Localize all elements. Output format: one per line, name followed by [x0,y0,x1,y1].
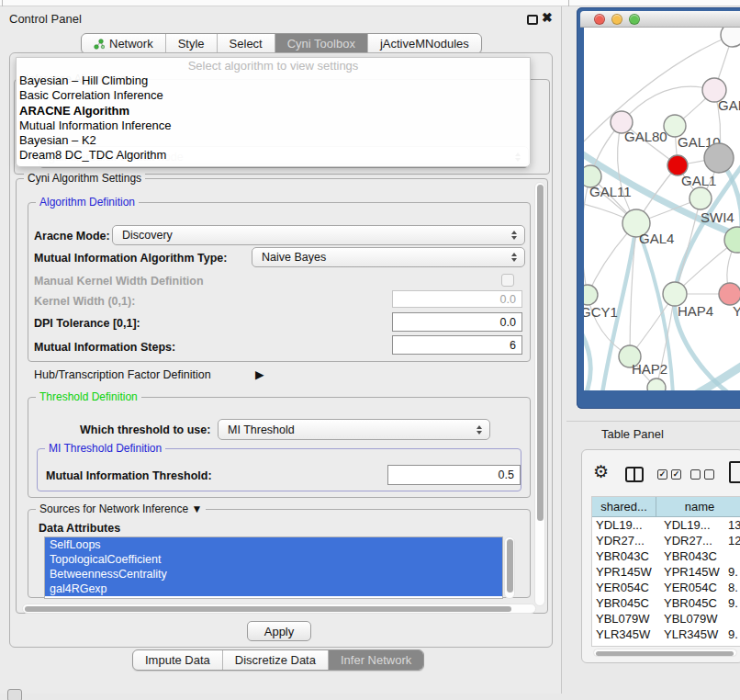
attribute-item[interactable]: SelfLoops [45,537,502,552]
table-row[interactable]: YBR045C YBR045C 9. [592,595,740,611]
panel-divider [566,421,740,422]
cyni-algorithm-settings-group: Cyni Algorithm Settings Algorithm Defini… [16,178,548,614]
table-cell: YBL079W [592,611,660,627]
network-node[interactable] [704,143,734,173]
network-node-gcy1[interactable] [584,285,598,305]
column-header[interactable]: name [656,497,740,517]
network-canvas[interactable]: GALGAL80GAL10GAL1GAL11GAL4SWI4GCY1HAP4YH… [584,28,740,390]
table-cell: YBR045C [660,595,724,611]
dpi-tolerance-label: DPI Tolerance [0,1]: [34,317,140,330]
aracne-mode-value: Discovery [122,229,173,242]
network-node[interactable] [721,28,740,47]
minimize-traffic-light[interactable] [611,14,622,25]
table-horizontal-scrollbar[interactable] [593,649,737,657]
table-cell: YER054C [592,580,660,595]
dpi-tolerance-field[interactable]: 0.0 [392,312,522,332]
dropdown-item[interactable]: Bayesian – K2 [17,133,530,148]
table-cell: YIL053C [660,642,724,647]
table-row[interactable]: YBR043C YBR043C [592,548,740,564]
manual-kernel-checkbox[interactable] [501,274,514,287]
table-row[interactable]: YIL053C YIL053C 0. [592,642,740,647]
tab-label: Impute Data [145,653,210,667]
collapse-arrow-icon[interactable]: ▼ [191,502,202,515]
table-cell: 0. [724,642,740,647]
table-cell: 13 [724,517,740,533]
dropdown-item[interactable]: Dream8 DC_TDC Algorithm [17,148,530,163]
node-label: GAL1 [681,173,716,188]
table-row[interactable]: YLR345W YLR345W 9. [592,627,740,642]
tab[interactable]: Discretize Data [223,650,329,670]
dropdown-item[interactable]: Basic Correlation Inference [17,88,530,103]
network-window-titlebar[interactable] [580,11,740,28]
vertical-scrollbar[interactable] [534,182,545,606]
column-header[interactable]: shared... [592,497,656,517]
gear-icon[interactable]: ⚙ [593,463,609,481]
horizontal-scrollbar[interactable] [22,604,536,614]
node-label: GAL4 [639,231,674,246]
stepper-arrows-icon [511,253,517,262]
tab[interactable]: Style [166,34,218,53]
table-cell: 12 [724,533,740,548]
kernel-width-field[interactable]: 0.0 [392,290,522,308]
data-attributes-list[interactable]: SelfLoopsTopologicalCoefficientBetweenne… [44,536,503,599]
which-threshold-value: MI Threshold [228,423,295,436]
node-label: Y [733,303,740,319]
tab[interactable]: Network [82,34,166,53]
select-all-columns-icon[interactable]: ✓✓ [657,469,681,480]
zoom-traffic-light[interactable] [629,14,640,25]
table-row[interactable]: YDR27... YDR27... 12 [592,533,740,548]
dropdown-placeholder: Select algorithm to view settings [17,58,530,73]
table-row[interactable]: YDL19... YDL19... 13 [592,517,740,533]
close-traffic-light[interactable] [594,14,605,25]
close-icon[interactable]: ✖ [542,10,553,25]
float-window-icon[interactable] [527,15,538,25]
kernel-width-label: Kernel Width (0,1): [34,295,135,308]
table-row[interactable]: YPR145W YPR145W 9. [592,564,740,580]
table-cell: YBL079W [660,611,724,627]
network-edge[interactable] [584,320,590,390]
table-cell [724,548,740,564]
apply-button[interactable]: Apply [247,621,311,641]
deselect-all-columns-icon[interactable] [690,469,714,480]
dropdown-item[interactable]: Bayesian – Hill Climbing [17,73,530,88]
attribute-item[interactable]: BetweennessCentrality [45,567,502,581]
dropdown-item[interactable]: ARACNE Algorithm [17,104,530,119]
mi-threshold-group-title: MI Threshold Definition [45,442,165,455]
list-scrollbar[interactable] [504,536,515,599]
mi-threshold-field[interactable]: 0.5 [387,465,521,485]
table-cell: YDL19... [660,517,724,533]
network-node-y[interactable] [719,283,740,305]
table-cell: YLR345W [660,627,724,642]
expand-arrow-icon[interactable]: ▶ [255,367,264,381]
table-cell: 9. [724,627,740,642]
mi-steps-field[interactable]: 6 [392,335,522,355]
network-node[interactable] [647,378,666,390]
attribute-item[interactable]: gal4RGexp [45,581,502,596]
tab[interactable]: Infer Network [329,650,423,670]
table-row[interactable]: YER054C YER054C 8. [592,580,740,595]
column-layout-icon[interactable] [625,467,644,482]
which-threshold-label: Which threshold to use: [80,423,210,436]
table-cell: 9. [724,564,740,580]
node-label: GAL [718,97,740,113]
aracne-mode-combobox[interactable]: Discovery [112,225,525,245]
mi-type-value: Naive Bayes [262,251,326,264]
mi-type-combobox[interactable]: Naive Bayes [252,247,525,267]
tab-label: Network [109,37,153,51]
table-cell: YDL19... [592,517,660,533]
tab[interactable]: Impute Data [133,650,223,670]
tab[interactable]: Select [218,34,275,53]
attribute-item[interactable]: TopologicalCoefficient [45,552,502,567]
network-edge[interactable] [689,360,740,390]
table-row[interactable]: YBL079W YBL079W [592,611,740,627]
export-table-icon[interactable] [729,461,740,483]
dock-panel-icon[interactable] [7,689,22,700]
hub-tf-definition-label: Hub/Transcription Factor Definition [34,368,211,381]
dropdown-item[interactable]: Mutual Information Inference [17,119,530,133]
tab-label: Style [178,37,205,51]
tab[interactable]: jActiveMNodules [368,34,481,53]
network-node[interactable] [690,187,712,209]
which-threshold-combobox[interactable]: MI Threshold [218,419,490,440]
manual-kernel-label: Manual Kernel Width Definition [34,275,204,288]
tab[interactable]: Cyni Toolbox [275,34,368,53]
